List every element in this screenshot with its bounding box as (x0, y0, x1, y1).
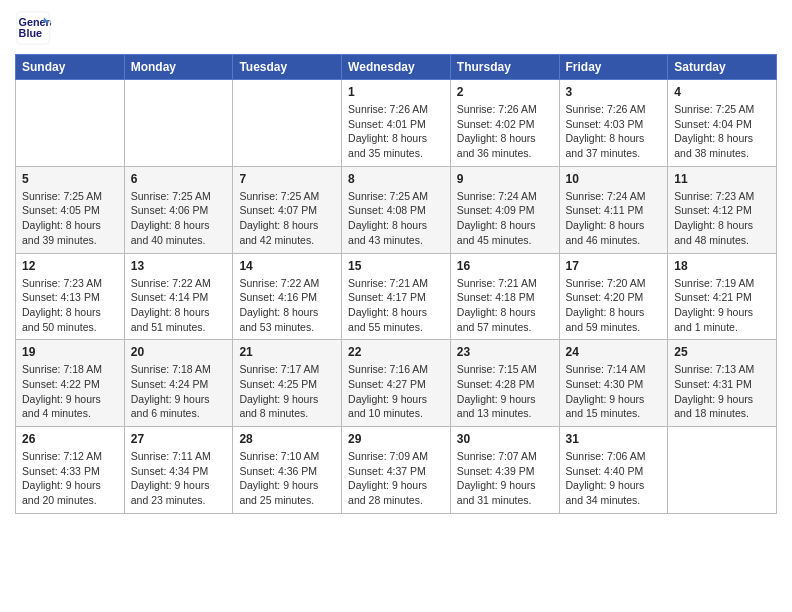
day-info: Sunrise: 7:25 AM Sunset: 4:07 PM Dayligh… (239, 189, 335, 248)
calendar-cell (16, 80, 125, 167)
day-number: 11 (674, 172, 770, 186)
day-number: 5 (22, 172, 118, 186)
day-info: Sunrise: 7:23 AM Sunset: 4:12 PM Dayligh… (674, 189, 770, 248)
calendar-cell: 16Sunrise: 7:21 AM Sunset: 4:18 PM Dayli… (450, 253, 559, 340)
calendar-cell: 15Sunrise: 7:21 AM Sunset: 4:17 PM Dayli… (342, 253, 451, 340)
calendar-cell: 1Sunrise: 7:26 AM Sunset: 4:01 PM Daylig… (342, 80, 451, 167)
day-number: 16 (457, 259, 553, 273)
day-number: 20 (131, 345, 227, 359)
calendar-week-4: 19Sunrise: 7:18 AM Sunset: 4:22 PM Dayli… (16, 340, 777, 427)
day-number: 30 (457, 432, 553, 446)
calendar-cell: 30Sunrise: 7:07 AM Sunset: 4:39 PM Dayli… (450, 427, 559, 514)
calendar-cell: 12Sunrise: 7:23 AM Sunset: 4:13 PM Dayli… (16, 253, 125, 340)
day-info: Sunrise: 7:25 AM Sunset: 4:08 PM Dayligh… (348, 189, 444, 248)
day-number: 2 (457, 85, 553, 99)
day-info: Sunrise: 7:07 AM Sunset: 4:39 PM Dayligh… (457, 449, 553, 508)
calendar-cell: 29Sunrise: 7:09 AM Sunset: 4:37 PM Dayli… (342, 427, 451, 514)
weekday-header-sunday: Sunday (16, 55, 125, 80)
day-info: Sunrise: 7:11 AM Sunset: 4:34 PM Dayligh… (131, 449, 227, 508)
day-number: 24 (566, 345, 662, 359)
day-number: 29 (348, 432, 444, 446)
day-number: 7 (239, 172, 335, 186)
day-info: Sunrise: 7:23 AM Sunset: 4:13 PM Dayligh… (22, 276, 118, 335)
day-info: Sunrise: 7:22 AM Sunset: 4:14 PM Dayligh… (131, 276, 227, 335)
calendar-cell: 11Sunrise: 7:23 AM Sunset: 4:12 PM Dayli… (668, 166, 777, 253)
calendar-cell: 8Sunrise: 7:25 AM Sunset: 4:08 PM Daylig… (342, 166, 451, 253)
day-number: 27 (131, 432, 227, 446)
calendar-body: 1Sunrise: 7:26 AM Sunset: 4:01 PM Daylig… (16, 80, 777, 514)
calendar-cell (233, 80, 342, 167)
calendar-cell: 27Sunrise: 7:11 AM Sunset: 4:34 PM Dayli… (124, 427, 233, 514)
day-number: 19 (22, 345, 118, 359)
day-number: 22 (348, 345, 444, 359)
calendar-cell: 14Sunrise: 7:22 AM Sunset: 4:16 PM Dayli… (233, 253, 342, 340)
calendar-week-3: 12Sunrise: 7:23 AM Sunset: 4:13 PM Dayli… (16, 253, 777, 340)
day-number: 3 (566, 85, 662, 99)
weekday-header-row: SundayMondayTuesdayWednesdayThursdayFrid… (16, 55, 777, 80)
day-number: 12 (22, 259, 118, 273)
calendar-cell: 22Sunrise: 7:16 AM Sunset: 4:27 PM Dayli… (342, 340, 451, 427)
day-info: Sunrise: 7:22 AM Sunset: 4:16 PM Dayligh… (239, 276, 335, 335)
weekday-header-friday: Friday (559, 55, 668, 80)
calendar-cell: 20Sunrise: 7:18 AM Sunset: 4:24 PM Dayli… (124, 340, 233, 427)
day-info: Sunrise: 7:15 AM Sunset: 4:28 PM Dayligh… (457, 362, 553, 421)
calendar-cell: 23Sunrise: 7:15 AM Sunset: 4:28 PM Dayli… (450, 340, 559, 427)
day-info: Sunrise: 7:14 AM Sunset: 4:30 PM Dayligh… (566, 362, 662, 421)
day-number: 21 (239, 345, 335, 359)
day-number: 15 (348, 259, 444, 273)
day-info: Sunrise: 7:25 AM Sunset: 4:05 PM Dayligh… (22, 189, 118, 248)
day-info: Sunrise: 7:16 AM Sunset: 4:27 PM Dayligh… (348, 362, 444, 421)
day-number: 25 (674, 345, 770, 359)
day-number: 4 (674, 85, 770, 99)
day-number: 13 (131, 259, 227, 273)
calendar-cell: 7Sunrise: 7:25 AM Sunset: 4:07 PM Daylig… (233, 166, 342, 253)
weekday-header-tuesday: Tuesday (233, 55, 342, 80)
calendar-cell: 3Sunrise: 7:26 AM Sunset: 4:03 PM Daylig… (559, 80, 668, 167)
weekday-header-thursday: Thursday (450, 55, 559, 80)
calendar-cell: 2Sunrise: 7:26 AM Sunset: 4:02 PM Daylig… (450, 80, 559, 167)
logo: General Blue (15, 10, 51, 46)
day-info: Sunrise: 7:18 AM Sunset: 4:22 PM Dayligh… (22, 362, 118, 421)
calendar-week-1: 1Sunrise: 7:26 AM Sunset: 4:01 PM Daylig… (16, 80, 777, 167)
weekday-header-saturday: Saturday (668, 55, 777, 80)
calendar-cell (124, 80, 233, 167)
calendar-cell: 26Sunrise: 7:12 AM Sunset: 4:33 PM Dayli… (16, 427, 125, 514)
calendar-cell: 31Sunrise: 7:06 AM Sunset: 4:40 PM Dayli… (559, 427, 668, 514)
day-info: Sunrise: 7:17 AM Sunset: 4:25 PM Dayligh… (239, 362, 335, 421)
day-info: Sunrise: 7:26 AM Sunset: 4:02 PM Dayligh… (457, 102, 553, 161)
calendar-cell: 9Sunrise: 7:24 AM Sunset: 4:09 PM Daylig… (450, 166, 559, 253)
calendar-cell: 10Sunrise: 7:24 AM Sunset: 4:11 PM Dayli… (559, 166, 668, 253)
day-number: 8 (348, 172, 444, 186)
day-number: 14 (239, 259, 335, 273)
day-number: 17 (566, 259, 662, 273)
page: General Blue SundayMondayTuesdayWednesda… (0, 0, 792, 524)
day-number: 28 (239, 432, 335, 446)
day-info: Sunrise: 7:21 AM Sunset: 4:17 PM Dayligh… (348, 276, 444, 335)
day-number: 23 (457, 345, 553, 359)
calendar-week-2: 5Sunrise: 7:25 AM Sunset: 4:05 PM Daylig… (16, 166, 777, 253)
header: General Blue (15, 10, 777, 46)
calendar-cell: 5Sunrise: 7:25 AM Sunset: 4:05 PM Daylig… (16, 166, 125, 253)
calendar-cell: 19Sunrise: 7:18 AM Sunset: 4:22 PM Dayli… (16, 340, 125, 427)
logo-icon: General Blue (15, 10, 51, 46)
day-info: Sunrise: 7:26 AM Sunset: 4:01 PM Dayligh… (348, 102, 444, 161)
calendar-cell: 28Sunrise: 7:10 AM Sunset: 4:36 PM Dayli… (233, 427, 342, 514)
calendar-cell: 13Sunrise: 7:22 AM Sunset: 4:14 PM Dayli… (124, 253, 233, 340)
calendar-cell: 18Sunrise: 7:19 AM Sunset: 4:21 PM Dayli… (668, 253, 777, 340)
day-info: Sunrise: 7:25 AM Sunset: 4:06 PM Dayligh… (131, 189, 227, 248)
day-info: Sunrise: 7:24 AM Sunset: 4:09 PM Dayligh… (457, 189, 553, 248)
svg-text:Blue: Blue (19, 27, 42, 39)
day-number: 18 (674, 259, 770, 273)
calendar-week-5: 26Sunrise: 7:12 AM Sunset: 4:33 PM Dayli… (16, 427, 777, 514)
day-number: 31 (566, 432, 662, 446)
calendar-cell: 6Sunrise: 7:25 AM Sunset: 4:06 PM Daylig… (124, 166, 233, 253)
day-info: Sunrise: 7:13 AM Sunset: 4:31 PM Dayligh… (674, 362, 770, 421)
day-info: Sunrise: 7:25 AM Sunset: 4:04 PM Dayligh… (674, 102, 770, 161)
day-number: 26 (22, 432, 118, 446)
day-number: 6 (131, 172, 227, 186)
weekday-header-monday: Monday (124, 55, 233, 80)
day-number: 1 (348, 85, 444, 99)
day-info: Sunrise: 7:24 AM Sunset: 4:11 PM Dayligh… (566, 189, 662, 248)
day-info: Sunrise: 7:10 AM Sunset: 4:36 PM Dayligh… (239, 449, 335, 508)
day-info: Sunrise: 7:12 AM Sunset: 4:33 PM Dayligh… (22, 449, 118, 508)
